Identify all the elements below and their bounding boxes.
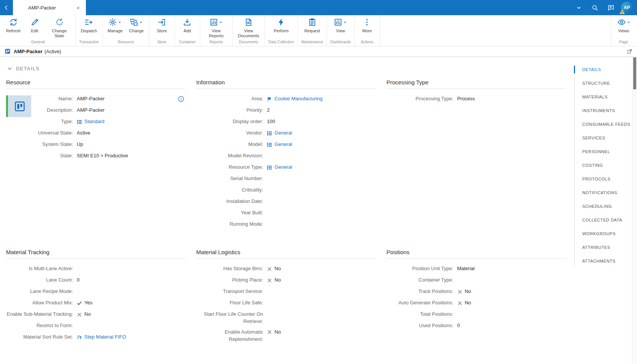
sidebar-item-details[interactable]: DETAILS [575,67,632,72]
dropdown-caret-icon [342,20,347,25]
field-model-revision: Model Revision: [196,152,376,160]
field-value: No [457,288,471,295]
ribbon-group-transaction: DispatchTransaction [76,15,103,46]
report-icon [209,18,218,28]
field-label: Priority: [196,107,267,114]
sidebar-item-collected-data[interactable]: COLLECTED DATA [575,218,632,222]
ribbon-group-general: RefreshEditChange StateGeneral [1,15,76,46]
check-icon [77,301,82,306]
field-area: Area:Cookie Manufacturing [196,95,376,103]
ribbon-group-container: AddContainer [175,15,200,46]
ribbon-button-add[interactable]: Add [177,17,198,34]
ribbon-button-change[interactable]: Change [126,17,147,34]
gear-icon [108,18,117,28]
ribbon-button-more[interactable]: More [357,17,378,34]
clipboard-icon [308,18,317,28]
sidebar-item-scheduling[interactable]: SCHEDULING [575,204,632,209]
sidebar-item-notifications[interactable]: NOTIFICATIONS [575,190,632,195]
main-area: DETAILS ResourceName:AMP-PackerDescripti… [0,57,637,364]
vertical-scrollbar[interactable] [632,57,637,364]
search-icon [591,4,599,11]
field-value: No [77,311,91,318]
sidebar-item-instruments[interactable]: INSTRUMENTS [575,108,632,113]
link-general[interactable]: General [267,164,292,171]
link-cookie-manufacturing[interactable]: Cookie Manufacturing [267,95,322,103]
field-vendor: Vendor:General [196,130,376,138]
ribbon-button-request[interactable]: Request [301,17,323,34]
sidebar-item-services[interactable]: SERVICES [575,136,632,140]
ribbon-button-manage[interactable]: Manage [105,17,126,34]
panel-title: Material Tracking [6,249,185,259]
ribbon-button-perform[interactable]: Perform [271,17,292,34]
sidebar-item-materials[interactable]: MATERIALS [575,95,632,99]
ribbon-button-view[interactable]: View [330,17,351,34]
field-material-sort-rule-set: Material Sort Rule Set:Step Material FIF… [6,334,185,342]
field-label: Is Multi-Lane Active: [6,265,77,272]
field-label: Start Floor Life Counter On Retrieve: [196,311,267,325]
chevron-left-icon [3,4,10,11]
ribbon-page-group: ViewsPage [611,15,636,46]
open-panel-button[interactable] [627,49,632,54]
ribbon-button-views[interactable]: Views [613,17,634,34]
cross-icon [267,278,272,283]
field-value: 2 [267,107,269,114]
field-value: Active [77,130,90,137]
dropdown-caret-icon [117,20,122,25]
cross-icon [267,329,272,335]
tab-amp-packer[interactable]: AMP-Packer × [13,0,86,15]
avatar[interactable]: AP [621,2,632,13]
sidebar-item-attributes[interactable]: ATTRIBUTES [575,245,632,250]
tab-close-icon[interactable]: × [75,4,81,11]
link-general[interactable]: General [267,130,292,137]
bolt-icon [277,18,285,28]
ribbon-group-label: Documents [235,39,263,46]
field-value: Up [77,141,83,148]
field-label: Enable Sub-Material Tracking: [6,311,77,318]
ribbon-button-dispatch[interactable]: Dispatch [78,17,100,34]
chevron-down-icon [7,66,13,71]
field-label: Lane Recipe Mode: [6,288,77,295]
messages-button[interactable] [603,0,619,15]
flag-icon [267,97,272,102]
ribbon-group-label: Actions [357,39,378,46]
ribbon-group-label: Reports [202,39,230,46]
field-label: Serial Number: [196,175,267,182]
sidebar-item-structure[interactable]: STRUCTURE [575,81,632,85]
sidebar-item-consumable-feeds[interactable]: CONSUMABLE FEEDS [575,122,632,127]
ribbon-button-store[interactable]: Store [151,17,173,34]
link-general[interactable]: General [267,141,292,148]
sidebar-item-workgroups[interactable]: WORKGROUPS [575,231,632,236]
ribbon-button-change-state[interactable]: Change State [45,17,73,39]
ribbon-button-label: More [362,28,372,33]
edit-icon [30,18,39,28]
back-button[interactable] [0,0,13,15]
entity-name: AMP-Packer [14,49,43,54]
link-standard[interactable]: Standard [77,118,105,125]
ribbon-group-label: Store [151,39,173,46]
scrollbar-thumb[interactable] [633,57,636,89]
info-icon[interactable] [177,95,185,103]
ribbon-group-label: Maintenance [300,39,325,46]
ribbon-group-label: Data Collection [267,39,296,46]
ribbon-button-view-documents[interactable]: View Documents [235,17,263,39]
topbar-dropdown-button[interactable] [571,0,587,15]
field-resource-type: Resource Type:General [196,164,376,172]
ribbon-group-reports: View ReportsReports [200,15,233,46]
details-section-toggle[interactable]: DETAILS [7,66,566,71]
field-value: 0 [457,322,460,329]
ribbon-button-view-reports[interactable]: View Reports [202,17,230,39]
ribbon-button-label: Perform [274,28,288,33]
sidebar-item-attachments[interactable]: ATTACHMENTS [575,259,632,263]
field-value: 0 [77,277,79,284]
panels-bottom-row: Material TrackingIs Multi-Lane Active:La… [6,249,566,346]
ribbon-button-refresh[interactable]: Refresh [3,17,24,34]
field-label: Display order: [196,118,267,125]
panel-title: Processing Type [387,79,566,89]
ribbon-button-edit[interactable]: Edit [24,17,45,34]
field-system-state: System State:Up [36,141,185,149]
sidebar-item-protocols[interactable]: PROTOCOLS [575,177,632,181]
search-button[interactable] [587,0,603,15]
sidebar-item-costing[interactable]: COSTING [575,163,632,168]
link-step-material-fifo[interactable]: Step Material FIFO [77,334,126,341]
sidebar-item-personnel[interactable]: PERSONNEL [575,149,632,154]
